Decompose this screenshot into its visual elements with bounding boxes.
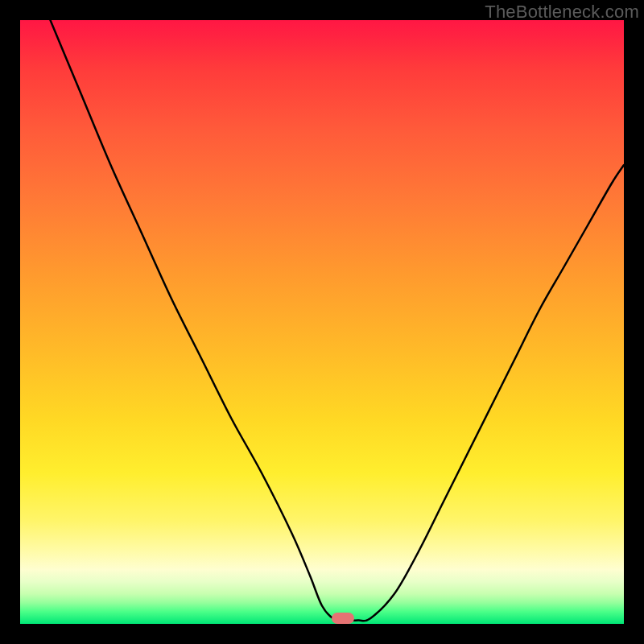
bottleneck-curve — [20, 20, 624, 624]
optimal-point-marker — [332, 613, 354, 624]
chart-frame: TheBottleneck.com — [0, 0, 644, 644]
curve-path — [51, 20, 625, 621]
plot-area — [20, 20, 624, 624]
